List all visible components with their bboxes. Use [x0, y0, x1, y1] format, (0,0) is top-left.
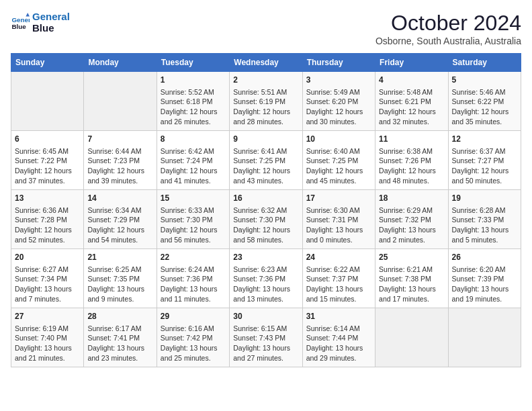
day-info: Sunrise: 6:45 AM Sunset: 7:22 PM Dayligh…: [15, 146, 80, 186]
day-number: 15: [161, 193, 226, 204]
day-info: Sunrise: 6:42 AM Sunset: 7:24 PM Dayligh…: [161, 146, 226, 186]
day-info: Sunrise: 6:27 AM Sunset: 7:34 PM Dayligh…: [15, 265, 80, 304]
calendar-cell: 11Sunrise: 6:38 AM Sunset: 7:26 PM Dayli…: [375, 131, 448, 190]
day-number: 2: [233, 75, 298, 86]
day-info: Sunrise: 6:15 AM Sunset: 7:43 PM Dayligh…: [233, 324, 298, 363]
calendar-week-5: 27Sunrise: 6:19 AM Sunset: 7:40 PM Dayli…: [11, 308, 521, 367]
day-info: Sunrise: 6:34 AM Sunset: 7:29 PM Dayligh…: [87, 205, 152, 245]
day-number: 26: [452, 252, 517, 263]
day-header-tuesday: Tuesday: [157, 54, 229, 72]
calendar-cell: 21Sunrise: 6:25 AM Sunset: 7:35 PM Dayli…: [84, 249, 157, 308]
day-number: 9: [233, 134, 298, 145]
day-info: Sunrise: 6:14 AM Sunset: 7:44 PM Dayligh…: [306, 324, 371, 363]
calendar-cell: 26Sunrise: 6:20 AM Sunset: 7:39 PM Dayli…: [448, 249, 521, 308]
calendar-cell: [11, 72, 84, 131]
day-header-friday: Friday: [375, 54, 448, 72]
day-header-sunday: Sunday: [11, 54, 84, 72]
day-info: Sunrise: 6:41 AM Sunset: 7:25 PM Dayligh…: [233, 146, 298, 186]
day-info: Sunrise: 6:28 AM Sunset: 7:33 PM Dayligh…: [452, 205, 517, 245]
calendar-cell: 4Sunrise: 5:48 AM Sunset: 6:21 PM Daylig…: [375, 72, 448, 131]
title-block: October 2024 Osborne, South Australia, A…: [375, 11, 521, 46]
calendar-cell: 31Sunrise: 6:14 AM Sunset: 7:44 PM Dayli…: [302, 308, 375, 367]
day-info: Sunrise: 6:36 AM Sunset: 7:28 PM Dayligh…: [15, 205, 80, 245]
calendar-cell: 16Sunrise: 6:32 AM Sunset: 7:30 PM Dayli…: [230, 190, 302, 249]
day-info: Sunrise: 6:24 AM Sunset: 7:36 PM Dayligh…: [161, 265, 226, 304]
day-number: 24: [306, 252, 371, 263]
day-info: Sunrise: 5:52 AM Sunset: 6:18 PM Dayligh…: [161, 87, 226, 127]
day-number: 21: [87, 252, 152, 263]
day-info: Sunrise: 6:25 AM Sunset: 7:35 PM Dayligh…: [87, 265, 152, 304]
calendar-cell: 3Sunrise: 5:49 AM Sunset: 6:20 PM Daylig…: [302, 72, 375, 131]
day-number: 23: [233, 252, 298, 263]
day-info: Sunrise: 6:33 AM Sunset: 7:30 PM Dayligh…: [161, 205, 226, 245]
day-number: 1: [161, 75, 226, 86]
day-number: 7: [87, 134, 152, 145]
day-header-thursday: Thursday: [302, 54, 375, 72]
day-number: 5: [452, 75, 517, 86]
calendar-cell: 24Sunrise: 6:22 AM Sunset: 7:37 PM Dayli…: [302, 249, 375, 308]
calendar-cell: 15Sunrise: 6:33 AM Sunset: 7:30 PM Dayli…: [157, 190, 229, 249]
day-info: Sunrise: 6:23 AM Sunset: 7:36 PM Dayligh…: [233, 265, 298, 304]
calendar-cell: 22Sunrise: 6:24 AM Sunset: 7:36 PM Dayli…: [157, 249, 229, 308]
day-number: 6: [15, 134, 80, 145]
day-info: Sunrise: 6:37 AM Sunset: 7:27 PM Dayligh…: [452, 146, 517, 186]
calendar-cell: 28Sunrise: 6:17 AM Sunset: 7:41 PM Dayli…: [84, 308, 157, 367]
day-number: 3: [306, 75, 371, 86]
svg-text:Blue: Blue: [11, 23, 26, 30]
calendar-cell: 9Sunrise: 6:41 AM Sunset: 7:25 PM Daylig…: [230, 131, 302, 190]
day-info: Sunrise: 6:40 AM Sunset: 7:25 PM Dayligh…: [306, 146, 371, 186]
day-info: Sunrise: 6:20 AM Sunset: 7:39 PM Dayligh…: [452, 265, 517, 304]
day-info: Sunrise: 6:38 AM Sunset: 7:26 PM Dayligh…: [379, 146, 444, 186]
day-info: Sunrise: 6:22 AM Sunset: 7:37 PM Dayligh…: [306, 265, 371, 304]
day-number: 11: [379, 134, 444, 145]
day-info: Sunrise: 6:21 AM Sunset: 7:38 PM Dayligh…: [379, 265, 444, 304]
day-number: 14: [87, 193, 152, 204]
day-number: 28: [87, 311, 152, 322]
day-info: Sunrise: 6:19 AM Sunset: 7:40 PM Dayligh…: [15, 324, 80, 363]
calendar-cell: 7Sunrise: 6:44 AM Sunset: 7:23 PM Daylig…: [84, 131, 157, 190]
day-number: 20: [15, 252, 80, 263]
calendar-cell: 13Sunrise: 6:36 AM Sunset: 7:28 PM Dayli…: [11, 190, 84, 249]
calendar-cell: 2Sunrise: 5:51 AM Sunset: 6:19 PM Daylig…: [230, 72, 302, 131]
day-info: Sunrise: 6:32 AM Sunset: 7:30 PM Dayligh…: [233, 205, 298, 245]
calendar-cell: 27Sunrise: 6:19 AM Sunset: 7:40 PM Dayli…: [11, 308, 84, 367]
calendar-table: SundayMondayTuesdayWednesdayThursdayFrid…: [11, 53, 521, 367]
day-number: 13: [15, 193, 80, 204]
calendar-week-3: 13Sunrise: 6:36 AM Sunset: 7:28 PM Dayli…: [11, 190, 521, 249]
calendar-cell: 20Sunrise: 6:27 AM Sunset: 7:34 PM Dayli…: [11, 249, 84, 308]
calendar-cell: [375, 308, 448, 367]
calendar-cell: 14Sunrise: 6:34 AM Sunset: 7:29 PM Dayli…: [84, 190, 157, 249]
day-number: 4: [379, 75, 444, 86]
calendar-week-1: 1Sunrise: 5:52 AM Sunset: 6:18 PM Daylig…: [11, 72, 521, 131]
day-info: Sunrise: 6:44 AM Sunset: 7:23 PM Dayligh…: [87, 146, 152, 186]
day-number: 8: [161, 134, 226, 145]
calendar-cell: 29Sunrise: 6:16 AM Sunset: 7:42 PM Dayli…: [157, 308, 229, 367]
day-number: 29: [161, 311, 226, 322]
calendar-cell: 25Sunrise: 6:21 AM Sunset: 7:38 PM Dayli…: [375, 249, 448, 308]
calendar-cell: [448, 308, 521, 367]
calendar-week-2: 6Sunrise: 6:45 AM Sunset: 7:22 PM Daylig…: [11, 131, 521, 190]
svg-marker-2: [26, 13, 30, 17]
day-number: 25: [379, 252, 444, 263]
logo-icon: General Blue: [11, 13, 30, 32]
calendar-cell: 23Sunrise: 6:23 AM Sunset: 7:36 PM Dayli…: [230, 249, 302, 308]
month-title: October 2024: [375, 11, 521, 36]
calendar-cell: 18Sunrise: 6:29 AM Sunset: 7:32 PM Dayli…: [375, 190, 448, 249]
day-number: 12: [452, 134, 517, 145]
day-info: Sunrise: 6:29 AM Sunset: 7:32 PM Dayligh…: [379, 205, 444, 245]
logo-general: General: [32, 11, 70, 22]
page-header: General Blue General Blue October 2024 O…: [11, 11, 521, 46]
day-info: Sunrise: 5:51 AM Sunset: 6:19 PM Dayligh…: [233, 87, 298, 127]
day-info: Sunrise: 5:48 AM Sunset: 6:21 PM Dayligh…: [379, 87, 444, 127]
calendar-cell: 10Sunrise: 6:40 AM Sunset: 7:25 PM Dayli…: [302, 131, 375, 190]
day-number: 10: [306, 134, 371, 145]
day-number: 16: [233, 193, 298, 204]
day-number: 17: [306, 193, 371, 204]
day-number: 27: [15, 311, 80, 322]
day-number: 31: [306, 311, 371, 322]
calendar-week-4: 20Sunrise: 6:27 AM Sunset: 7:34 PM Dayli…: [11, 249, 521, 308]
calendar-cell: 30Sunrise: 6:15 AM Sunset: 7:43 PM Dayli…: [230, 308, 302, 367]
calendar-cell: 5Sunrise: 5:46 AM Sunset: 6:22 PM Daylig…: [448, 72, 521, 131]
day-info: Sunrise: 5:49 AM Sunset: 6:20 PM Dayligh…: [306, 87, 371, 127]
logo: General Blue General Blue: [11, 11, 70, 34]
